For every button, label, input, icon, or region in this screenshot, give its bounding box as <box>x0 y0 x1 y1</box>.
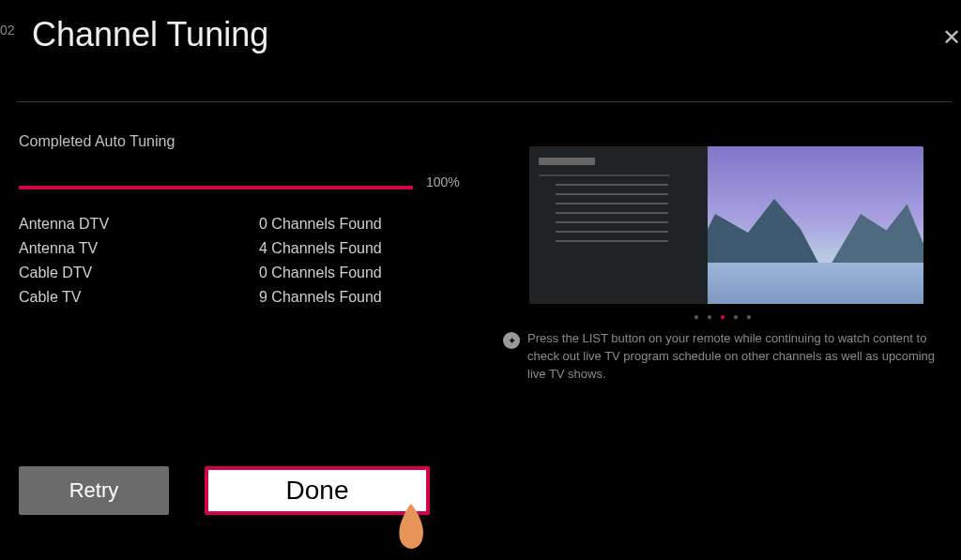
result-row: Antenna DTV 0 Channels Found <box>19 212 450 236</box>
time-indicator: 02 <box>0 23 15 38</box>
button-row: Retry Done <box>19 466 430 515</box>
result-label: Antenna TV <box>19 240 259 257</box>
progress-bar-fill <box>19 186 413 189</box>
result-value: 0 Channels Found <box>259 265 382 281</box>
tuning-status: Completed Auto Tuning <box>19 133 175 150</box>
preview-panel <box>529 146 923 304</box>
results-list: Antenna DTV 0 Channels Found Antenna TV … <box>19 212 450 310</box>
page-title: Channel Tuning <box>32 15 268 54</box>
result-row: Cable DTV 0 Channels Found <box>19 261 450 285</box>
retry-button[interactable]: Retry <box>19 466 169 515</box>
cursor-pointer-icon <box>390 500 432 552</box>
info-icon: ✦ <box>503 332 520 349</box>
help-text: Press the LIST button on your remote whi… <box>527 330 944 384</box>
progress-track <box>19 186 413 189</box>
preview-image <box>708 146 923 304</box>
result-label: Cable TV <box>19 289 259 306</box>
result-value: 4 Channels Found <box>259 240 382 257</box>
help-row: ✦ Press the LIST button on your remote w… <box>503 330 944 384</box>
result-label: Antenna DTV <box>19 216 259 233</box>
result-row: Antenna TV 4 Channels Found <box>19 236 450 261</box>
progress-percent: 100% <box>426 174 460 189</box>
carousel-dots[interactable]: ●●●●● <box>529 311 923 322</box>
result-row: Cable TV 9 Channels Found <box>19 285 450 310</box>
result-value: 0 Channels Found <box>259 216 382 233</box>
preview-guide-icon <box>529 146 708 304</box>
result-label: Cable DTV <box>19 265 259 281</box>
close-icon[interactable]: ✕ <box>942 24 961 51</box>
divider <box>17 101 952 102</box>
result-value: 9 Channels Found <box>259 289 382 306</box>
